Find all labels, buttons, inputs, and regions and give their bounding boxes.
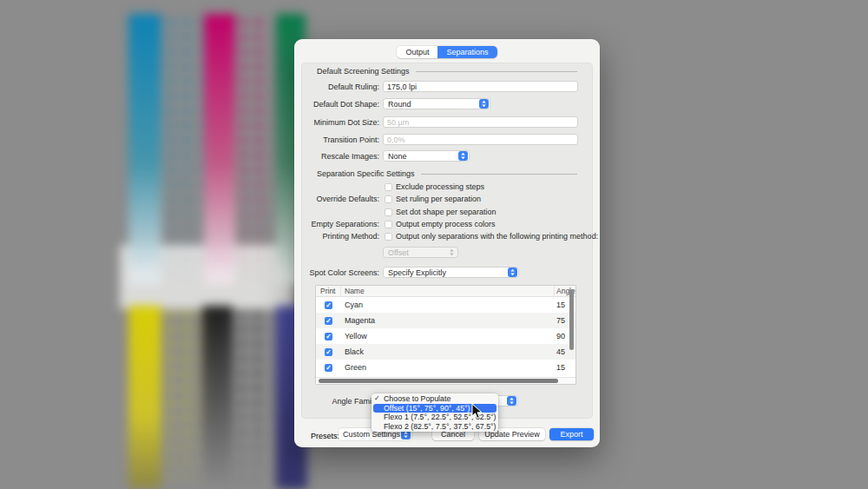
- section-title: Default Screening Settings: [317, 67, 410, 76]
- mouse-cursor: [471, 403, 483, 420]
- angle-family-label: Angle Family:: [301, 397, 379, 406]
- print-checkbox[interactable]: ✓: [325, 348, 332, 356]
- popup-value: Specify Explicitly: [388, 268, 446, 277]
- table-row[interactable]: ✓ Green 15: [316, 360, 575, 375]
- spot-color-screens-label: Spot Color Screens:: [301, 268, 379, 277]
- column-header-name: Name: [341, 286, 555, 297]
- checkbox-label: Set ruling per separation: [396, 195, 481, 203]
- section-divider: [416, 71, 577, 72]
- transition-point-label: Transition Point:: [301, 135, 379, 144]
- default-ruling-label: Default Ruling:: [301, 83, 379, 91]
- separation-name: Cyan: [341, 301, 553, 309]
- popup-value: Round: [388, 100, 411, 109]
- checkbox-label: Set dot shape per separation: [396, 208, 496, 216]
- output-only-separations-checkbox[interactable]: [385, 233, 392, 241]
- checkbox-label: Output only separations with the followi…: [396, 232, 598, 241]
- default-dot-shape-label: Default Dot Shape:: [301, 100, 379, 109]
- spot-color-screens-popup[interactable]: Specify Explicitly: [383, 267, 519, 278]
- empty-separations-label: Empty Separations:: [301, 220, 379, 228]
- cyan-halftone-strip: [165, 16, 201, 302]
- stepper-icon: [507, 396, 516, 406]
- stepper-icon: [447, 248, 457, 257]
- presets-label: Presets:: [311, 430, 339, 442]
- separation-name: Magenta: [341, 316, 553, 325]
- menu-item-label: Offset (15°, 75°, 90°, 45°): [384, 404, 470, 413]
- tab-bar: Output Separations: [294, 46, 600, 58]
- print-checkbox[interactable]: ✓: [325, 333, 332, 340]
- table-row[interactable]: ✓ Cyan 15: [316, 297, 575, 313]
- separations-table: Print Name Angle ✓ Cyan 15 ✓ Magenta 75 …: [315, 285, 576, 385]
- cyan-strip: [128, 14, 161, 285]
- print-checkbox[interactable]: ✓: [325, 317, 332, 325]
- yellow-strip: [128, 306, 161, 489]
- default-dot-shape-popup[interactable]: Round: [383, 98, 490, 109]
- menu-item-label: Flexo 2 (82.5°, 7.5°, 37.5°, 67.5°): [384, 422, 496, 431]
- export-dialog: Output Separations Default Screening Set…: [294, 39, 600, 447]
- stepper-icon: [508, 268, 517, 277]
- override-defaults-label: Override Defaults:: [301, 195, 379, 203]
- yellow-halftone-strip: [165, 307, 201, 489]
- checkmark-icon: ✓: [374, 394, 380, 404]
- stepper-icon: [479, 99, 489, 109]
- section-separation-specific: Separation Specific Settings: [317, 169, 577, 178]
- minimum-dot-size-label: Minimum Dot Size:: [301, 118, 379, 127]
- print-checkbox[interactable]: ✓: [325, 301, 332, 309]
- menu-item-label: Choose to Populate: [384, 394, 450, 403]
- section-divider: [421, 174, 577, 175]
- table-row[interactable]: ✓ Magenta 75: [316, 313, 575, 328]
- separation-name: Yellow: [341, 332, 553, 340]
- transition-point-input[interactable]: [383, 134, 578, 145]
- column-header-print: Print: [316, 286, 341, 297]
- black-halftone-strip: [235, 307, 270, 489]
- magenta-halftone-strip: [237, 16, 272, 302]
- rescale-images-popup[interactable]: None: [383, 150, 470, 162]
- export-button[interactable]: Export: [549, 428, 594, 440]
- stepper-icon: [458, 151, 468, 161]
- exclude-processing-steps-checkbox[interactable]: [385, 183, 392, 191]
- section-default-screening: Default Screening Settings: [317, 67, 577, 76]
- set-dot-shape-per-separation-checkbox[interactable]: [385, 208, 392, 216]
- background-print-test-photo: [95, 0, 308, 489]
- popup-value: Offset: [388, 248, 409, 257]
- separation-angle: 15: [553, 363, 575, 372]
- separation-name: Green: [341, 363, 553, 372]
- popup-value: None: [388, 152, 407, 161]
- table-header: Print Name Angle: [316, 286, 575, 297]
- menu-item-choose-to-populate[interactable]: ✓ Choose to Populate: [372, 394, 498, 404]
- horizontal-scrollbar[interactable]: [319, 379, 558, 383]
- section-title: Separation Specific Settings: [317, 169, 415, 178]
- menu-item-flexo-2[interactable]: Flexo 2 (82.5°, 7.5°, 37.5°, 67.5°): [372, 422, 498, 432]
- print-checkbox[interactable]: ✓: [325, 364, 332, 372]
- checkbox-label: Exclude processing steps: [396, 182, 484, 191]
- output-empty-process-colors-checkbox[interactable]: [385, 221, 392, 228]
- default-ruling-input[interactable]: [383, 81, 578, 92]
- rescale-images-label: Rescale Images:: [301, 152, 379, 161]
- checkbox-label: Output empty process colors: [396, 220, 496, 228]
- separation-name: Black: [341, 347, 553, 356]
- table-row[interactable]: ✓ Yellow 90: [316, 328, 575, 344]
- magenta-strip: [204, 14, 235, 285]
- set-ruling-per-separation-checkbox[interactable]: [385, 195, 392, 203]
- printing-method-popup: Offset: [383, 247, 458, 258]
- printing-method-label: Printing Method:: [301, 232, 379, 241]
- tab-separations[interactable]: Separations: [437, 46, 496, 58]
- table-row[interactable]: ✓ Black 45: [316, 344, 575, 360]
- minimum-dot-size-input[interactable]: [383, 116, 578, 128]
- tab-output[interactable]: Output: [397, 46, 437, 58]
- horizontal-scrollbar-track: [316, 377, 575, 384]
- vertical-scrollbar[interactable]: [569, 289, 574, 350]
- black-strip: [202, 306, 233, 489]
